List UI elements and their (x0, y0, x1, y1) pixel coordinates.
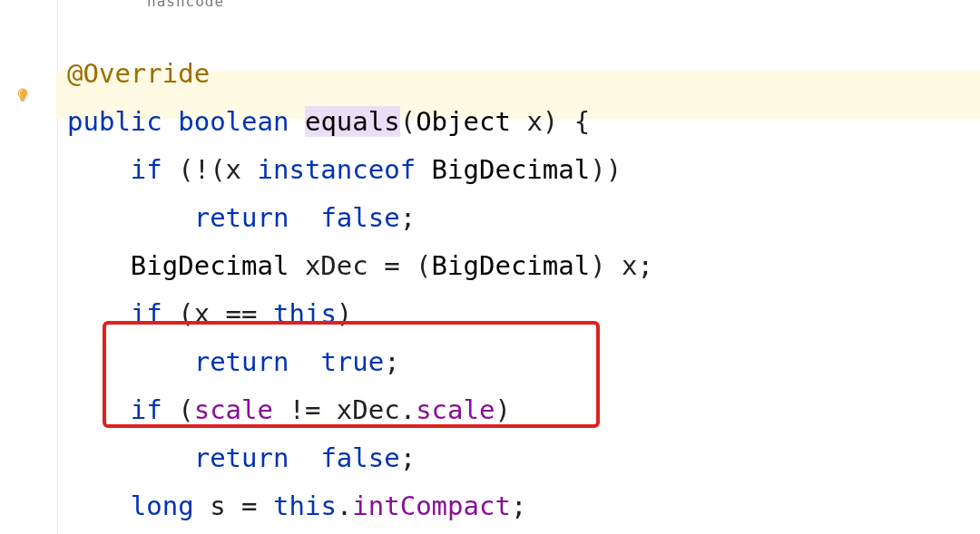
keyword-return: return (194, 442, 289, 473)
annotation: @Override (67, 58, 210, 89)
line-4[interactable]: return false; (67, 202, 416, 233)
prev-method-label: hashcode (147, 0, 224, 10)
semi: ; (400, 442, 416, 473)
code-editor[interactable]: hashcode @Override public boolean equals… (0, 0, 980, 534)
keyword-if: if (131, 154, 162, 185)
decl: xDec = ( (305, 250, 432, 281)
line-3[interactable]: if (!(x instanceof BigDecimal)) (67, 154, 622, 185)
method-name: equals (305, 106, 400, 137)
type-bigdecimal-cast: BigDecimal (432, 250, 591, 281)
keyword-instanceof: instanceof (258, 154, 416, 185)
semi: ; (511, 490, 526, 521)
param-type: Object (416, 106, 511, 137)
gutter (0, 0, 56, 534)
keyword-long: long (131, 490, 194, 521)
rparen-brace: ) { (543, 106, 590, 137)
rest: ) x; (590, 250, 653, 281)
lparen: ( (400, 106, 416, 137)
keyword-false: false (305, 202, 400, 233)
line-5[interactable]: BigDecimal xDec = (BigDecimal) x; (67, 250, 653, 281)
intention-bulb-icon[interactable] (15, 87, 31, 103)
var-x: x (226, 154, 258, 185)
space (289, 442, 304, 473)
dot: . (337, 490, 352, 521)
keyword-boolean: boolean (178, 106, 289, 137)
lparen-not: (!( (162, 154, 226, 185)
decl-s: s = (194, 490, 273, 521)
highlight-box-icon (103, 321, 600, 428)
keyword-this: this (273, 490, 337, 521)
semi: ; (400, 202, 416, 233)
line-2[interactable]: public boolean equals(Object x) { (67, 106, 590, 137)
param-name: x (511, 106, 543, 137)
svg-rect-0 (21, 100, 25, 102)
field-intcompact: intCompact (352, 490, 511, 521)
line-9[interactable]: return false; (67, 442, 416, 473)
keyword-return: return (194, 202, 289, 233)
line-10[interactable]: long s = this.intCompact; (67, 490, 526, 521)
keyword-public: public (67, 106, 162, 137)
line-1[interactable]: @Override (67, 58, 210, 89)
type-bigdecimal: BigDecimal (416, 154, 590, 185)
space (289, 202, 304, 233)
type-bigdecimal: BigDecimal (131, 250, 305, 281)
keyword-false: false (305, 442, 400, 473)
rparen: )) (590, 154, 622, 185)
code-block[interactable]: @Override public boolean equals(Object x… (67, 50, 653, 534)
